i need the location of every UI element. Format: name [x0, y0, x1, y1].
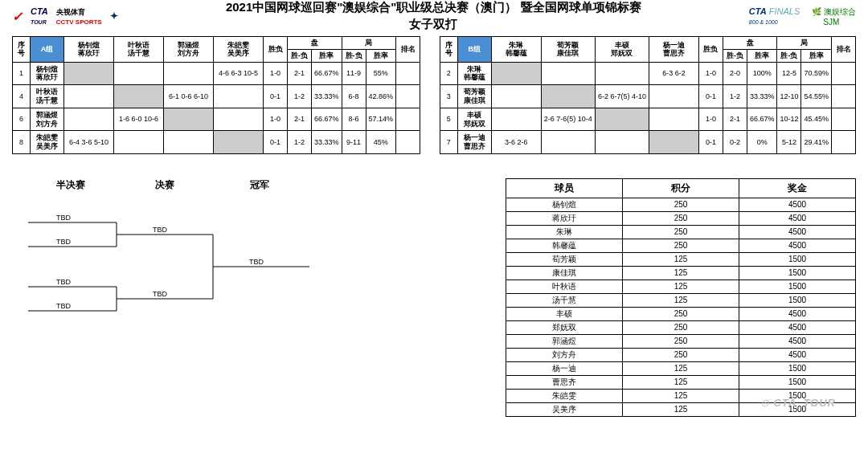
prize-cell: 1500	[739, 361, 856, 375]
prize-cell: 4500	[739, 320, 856, 334]
stat-cell: 55%	[366, 62, 396, 85]
points-header: 积分	[623, 178, 739, 198]
points-cell: 250	[623, 239, 739, 252]
points-cell: 250	[623, 198, 739, 211]
prize-cell: 4500	[739, 225, 856, 239]
stat-cell: 70.59%	[801, 62, 832, 85]
set-header: 盘	[723, 37, 777, 50]
winloss-header: 胜负	[264, 37, 288, 63]
points-cell: 125	[623, 293, 739, 307]
player-cell: 曹思齐	[506, 375, 623, 389]
stat-cell: 1-2	[288, 85, 312, 108]
player-cell: 韩馨蕴	[506, 239, 623, 252]
stat-cell: 66.67%	[312, 62, 342, 85]
bracket-slot: TBD	[56, 278, 72, 286]
stat-cell: 2-0	[723, 62, 747, 85]
logo-cta-tour: CTATOUR	[31, 6, 48, 26]
stat-cell: 9-11	[342, 131, 366, 154]
bracket-svg: TBD TBD TBD TBD TBD TBD TBD	[12, 206, 350, 343]
score-cell: 6-2 6-7(5) 4-10	[595, 85, 649, 108]
points-cell: 125	[623, 375, 739, 389]
logo-finals: CTA FINALS 800 & 1000	[749, 6, 800, 26]
team-header: 叶秋语汤千慧	[114, 37, 164, 63]
seq-cell: 6	[13, 108, 31, 131]
team-cell: 郭涵煜刘方舟	[31, 108, 64, 131]
player-cell: 郭涵煜	[506, 334, 623, 348]
table-row: 叶秋语1251500	[506, 280, 856, 293]
rank-header: 排名	[832, 37, 856, 63]
logo-sponsor-icon: ✦	[110, 10, 118, 22]
page-header: ✓ CTATOUR 央视体育CCTV SPORTS ✦ 2021中国网球巡回赛"…	[0, 0, 868, 32]
stat-cell: 29.41%	[801, 131, 832, 154]
points-cell: 250	[623, 225, 739, 239]
score-cell	[214, 85, 264, 108]
sub-header: 胜率	[312, 49, 342, 62]
player-cell: 丰硕	[506, 307, 623, 320]
score-cell	[491, 62, 541, 85]
stat-cell: 2-1	[723, 108, 747, 131]
rank-cell	[832, 131, 856, 154]
score-cell	[649, 131, 698, 154]
sub-header: 胜率	[747, 49, 777, 62]
prize-cell: 4500	[739, 307, 856, 320]
stat-cell: 6-8	[342, 85, 366, 108]
sub-header: 胜率	[801, 49, 832, 62]
seq-header: 序号	[440, 37, 457, 63]
stat-cell: 33.33%	[747, 85, 777, 108]
score-cell: 4-6 6-3 10-5	[214, 62, 264, 85]
page-title: 2021中国网球巡回赛"澳娱综合"职业级总决赛（澳门） 暨全国网球单项锦标赛	[118, 0, 749, 15]
logo-cctv: 央视体育CCTV SPORTS	[56, 7, 102, 26]
points-cell: 250	[623, 348, 739, 361]
stat-cell: 54.55%	[801, 85, 832, 108]
seq-cell: 7	[440, 131, 457, 154]
player-cell: 叶秋语	[506, 280, 623, 293]
table-row: 荀芳颖1251500	[506, 252, 856, 266]
player-cell: 蒋欣玗	[506, 211, 623, 225]
score-cell	[649, 108, 698, 131]
table-row: 5丰硕郑妩双2-6 7-6(5) 10-41-02-166.67%10-1245…	[440, 108, 855, 131]
sub-header: 胜率	[366, 49, 396, 62]
team-cell: 朱琳韩馨蕴	[457, 62, 491, 85]
score-cell	[64, 62, 114, 85]
score-cell	[541, 85, 595, 108]
team-header: 杨钊煊蒋欣玗	[64, 37, 114, 63]
rank-cell	[832, 108, 856, 131]
stat-cell: 12-5	[777, 62, 801, 85]
lower-section: 半决赛 决赛 冠军 TBD TBD TBD TBD TBD TBD TBD 球员…	[0, 178, 868, 417]
table-row: 2朱琳韩馨蕴6-3 6-21-02-0100%12-570.59%	[440, 62, 855, 85]
rank-cell	[396, 108, 420, 131]
player-cell: 朱皑雯	[506, 389, 623, 402]
stat-cell: 57.14%	[366, 108, 396, 131]
stat-cell: 2-1	[288, 108, 312, 131]
table-row: 康佳琪1251500	[506, 266, 856, 280]
logos-left: ✓ CTATOUR 央视体育CCTV SPORTS ✦	[12, 6, 118, 26]
prize-cell: 1500	[739, 293, 856, 307]
stat-cell: 1-2	[288, 131, 312, 154]
rank-cell	[396, 62, 420, 85]
score-cell	[114, 85, 164, 108]
score-cell	[164, 108, 214, 131]
score-cell: 2-6 7-6(5) 10-4	[541, 108, 595, 131]
score-cell	[491, 108, 541, 131]
rank-cell	[832, 85, 856, 108]
stat-cell: 1-0	[698, 108, 723, 131]
table-row: 1杨钊煊蒋欣玗4-6 6-3 10-51-02-166.67%11-955%	[13, 62, 420, 85]
table-row: 7杨一迪曹思齐3-6 2-60-10-20%5-1229.41%	[440, 131, 855, 154]
label-semi: 半决赛	[56, 178, 85, 192]
stat-cell: 8-6	[342, 108, 366, 131]
game-header: 局	[777, 37, 832, 50]
seq-cell: 4	[13, 85, 31, 108]
table-row: 刘方舟2504500	[506, 348, 856, 361]
logo-cta-icon: ✓	[12, 9, 23, 24]
label-final: 决赛	[155, 178, 174, 192]
table-row: 蒋欣玗2504500	[506, 211, 856, 225]
stat-cell: 66.67%	[747, 108, 777, 131]
stat-cell: 10-12	[777, 108, 801, 131]
sub-header: 胜-负	[777, 49, 801, 62]
table-row: 4叶秋语汤千慧6-1 0-6 6-100-11-233.33%6-842.86%	[13, 85, 420, 108]
label-champ: 冠军	[250, 178, 269, 192]
score-cell	[541, 62, 595, 85]
rank-header: 排名	[396, 37, 420, 63]
stat-cell: 1-2	[723, 85, 747, 108]
stat-cell: 11-9	[342, 62, 366, 85]
